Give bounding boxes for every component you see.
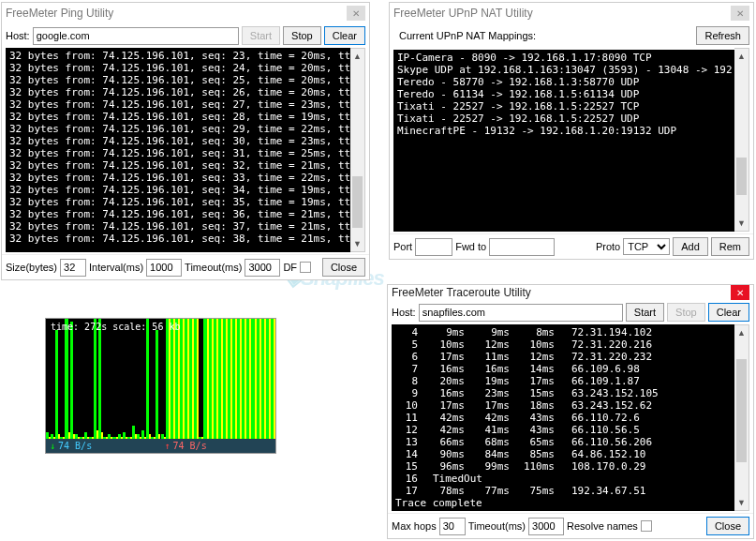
ping-size-input[interactable] <box>60 259 86 277</box>
ping-window: FreeMeter Ping Utility ✕ Host: Start Sto… <box>1 2 370 280</box>
download-bar <box>141 430 144 439</box>
ping-line: 32 bytes from: 74.125.196.101, seq: 35, … <box>9 196 347 208</box>
ping-line: 32 bytes from: 74.125.196.101, seq: 37, … <box>9 220 347 233</box>
download-bar <box>94 319 96 439</box>
upnp-line: Tixati - 22527 -> 192.168.1.5:22527 UDP <box>397 113 731 125</box>
trace-row: 1142ms42ms43ms66.110.72.6 <box>395 412 731 424</box>
download-bar <box>251 319 254 439</box>
download-arrow-icon: ↓ <box>50 441 55 451</box>
download-bar <box>257 319 259 439</box>
proto-label: Proto <box>596 241 620 252</box>
df-checkbox[interactable] <box>300 262 311 273</box>
trace-output: 49ms9ms8ms72.31.194.102510ms12ms10ms72.3… <box>392 324 734 511</box>
download-bar <box>175 319 178 439</box>
trace-start-button[interactable]: Start <box>626 303 664 322</box>
upnp-line: Teredo - 61134 -> 192.168.1.5:61134 UDP <box>397 88 731 100</box>
ping-line: 32 bytes from: 74.125.196.101, seq: 26, … <box>9 86 347 98</box>
scroll-down-icon[interactable]: ▼ <box>350 236 364 251</box>
upnp-line: Tixati - 22527 -> 192.168.1.5:22527 TCP <box>397 100 731 113</box>
trace-title: FreeMeter Traceroute Utility <box>392 286 531 299</box>
bandwidth-graph[interactable]: time: 272s scale: 56 kb ↓ 74 B/s ↑ 74 B/… <box>45 318 276 454</box>
download-bar <box>214 319 216 439</box>
upnp-line: MinecraftPE - 19132 -> 192.168.1.20:1913… <box>397 125 731 137</box>
download-bar <box>228 319 230 439</box>
upnp-scrollbar[interactable]: ▲ ▼ <box>734 48 749 232</box>
trace-row: 49ms9ms8ms72.31.194.102 <box>395 326 731 338</box>
upload-arrow-icon: ↑ <box>165 441 170 451</box>
rem-button[interactable]: Rem <box>711 237 749 256</box>
trace-row: 617ms11ms12ms72.31.220.232 <box>395 351 731 363</box>
download-bar <box>223 319 226 439</box>
trace-timeout-label: Timeout(ms) <box>468 520 526 532</box>
download-bar <box>209 319 212 439</box>
trace-row: 716ms16ms14ms66.109.6.98 <box>395 363 731 375</box>
fwd-input[interactable] <box>489 238 555 256</box>
trace-close-icon[interactable]: ✕ <box>731 285 749 300</box>
scroll-up-icon[interactable]: ▲ <box>734 49 749 64</box>
trace-scrollbar[interactable]: ▲ ▼ <box>734 324 749 511</box>
download-bar <box>261 319 264 439</box>
df-label: DF <box>283 262 297 273</box>
ping-stop-button[interactable]: Stop <box>283 26 321 45</box>
ping-host-input[interactable] <box>33 27 239 45</box>
download-bar <box>232 319 235 439</box>
ping-line: 32 bytes from: 74.125.196.101, seq: 27, … <box>9 98 347 111</box>
scroll-thumb[interactable] <box>736 359 747 462</box>
resolve-label: Resolve names <box>567 520 638 532</box>
download-bar <box>166 319 169 439</box>
trace-row: 16TimedOut <box>395 473 731 485</box>
trace-host-label: Host: <box>392 307 416 318</box>
ping-line: 32 bytes from: 74.125.196.101, seq: 24, … <box>9 62 347 74</box>
download-bar <box>132 426 135 439</box>
trace-clear-button[interactable]: Clear <box>708 303 749 322</box>
trace-close-button[interactable]: Close <box>706 517 749 535</box>
scroll-up-icon[interactable]: ▲ <box>734 325 749 340</box>
ping-start-button[interactable]: Start <box>242 26 280 45</box>
upload-rate: ↑ 74 B/s <box>161 441 276 451</box>
host-label: Host: <box>6 30 30 41</box>
ping-line: 32 bytes from: 74.125.196.101, seq: 32, … <box>9 159 347 172</box>
graph-statusbar: ↓ 74 B/s ↑ 74 B/s <box>46 439 275 453</box>
trace-row: 1366ms68ms65ms66.110.56.206 <box>395 436 731 448</box>
download-bar <box>65 319 67 439</box>
ping-timeout-input[interactable] <box>245 259 280 277</box>
scroll-thumb[interactable] <box>352 176 363 228</box>
proto-select[interactable]: TCP <box>623 238 670 255</box>
download-bar <box>242 319 245 439</box>
trace-timeout-input[interactable] <box>528 518 564 535</box>
trace-toolbar: Host: Start Stop Clear <box>388 300 753 324</box>
upnp-line: Teredo - 58770 -> 192.168.1.3:58770 UDP <box>397 76 731 88</box>
trace-row: 820ms19ms17ms66.109.1.87 <box>395 375 731 387</box>
port-input[interactable] <box>415 238 452 256</box>
scroll-down-icon[interactable]: ▼ <box>734 495 749 510</box>
refresh-button[interactable]: Refresh <box>696 26 749 45</box>
ping-clear-button[interactable]: Clear <box>324 26 365 45</box>
download-bar <box>98 319 101 439</box>
trace-host-input[interactable] <box>419 304 623 322</box>
trace-row: 1017ms17ms18ms63.243.152.62 <box>395 399 731 412</box>
download-bar <box>189 319 192 439</box>
scroll-thumb[interactable] <box>736 158 747 195</box>
trace-titlebar[interactable]: FreeMeter Traceroute Utility ✕ <box>388 285 753 300</box>
trace-window: FreeMeter Traceroute Utility ✕ Host: Sta… <box>387 284 754 539</box>
maxhops-input[interactable] <box>439 518 466 535</box>
download-bar <box>46 432 49 439</box>
trace-stop-button[interactable]: Stop <box>667 303 705 322</box>
add-button[interactable]: Add <box>673 237 708 256</box>
ping-line: 32 bytes from: 74.125.196.101, seq: 25, … <box>9 74 347 86</box>
ping-line: 32 bytes from: 74.125.196.101, seq: 29, … <box>9 123 347 135</box>
upnp-titlebar[interactable]: FreeMeter UPnP NAT Utility ✕ <box>390 3 753 23</box>
ping-toolbar: Host: Start Stop Clear <box>2 23 369 48</box>
ping-titlebar[interactable]: FreeMeter Ping Utility ✕ <box>2 3 369 23</box>
ping-close-button[interactable]: Close <box>322 258 365 277</box>
resolve-checkbox[interactable] <box>641 520 652 532</box>
scroll-up-icon[interactable]: ▲ <box>350 49 364 64</box>
scroll-down-icon[interactable]: ▼ <box>734 216 749 231</box>
download-bar <box>203 319 206 439</box>
upnp-title: FreeMeter UPnP NAT Utility <box>393 7 533 20</box>
download-bar <box>123 432 126 439</box>
ping-scrollbar[interactable]: ▲ ▼ <box>350 48 365 252</box>
ping-close-icon[interactable]: ✕ <box>347 6 365 21</box>
ping-interval-input[interactable] <box>146 259 182 277</box>
upnp-close-icon[interactable]: ✕ <box>731 6 749 21</box>
